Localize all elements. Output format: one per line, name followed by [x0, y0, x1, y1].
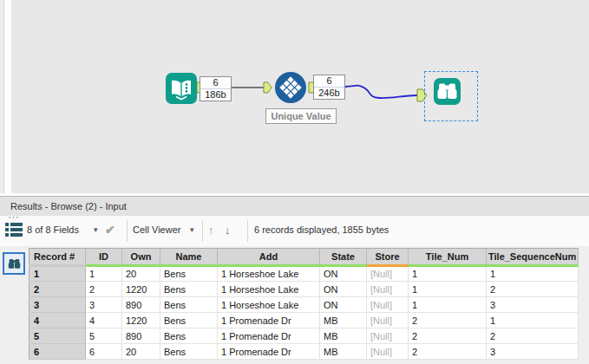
table-cell[interactable]: 1220	[122, 282, 160, 297]
column-header-store[interactable]: Store	[367, 249, 409, 266]
results-toolbar: 8 of 8 Fields ▾ ✔ Cell Viewer ▾ ↑ ↓ 6 re…	[0, 216, 589, 246]
table-cell[interactable]: 1 Horseshoe Lake	[218, 266, 320, 282]
open-book-icon	[166, 73, 197, 104]
table-cell[interactable]: MB	[320, 344, 367, 360]
table-cell[interactable]: 1 Promenade Dr	[218, 344, 320, 360]
table-cell[interactable]: 1	[409, 282, 487, 297]
connection-annotation-unique[interactable]: 6 246b	[313, 75, 345, 100]
table-cell[interactable]: [Null]	[367, 344, 409, 360]
table-cell[interactable]: 6	[86, 344, 122, 360]
table-cell[interactable]: 3	[487, 297, 579, 313]
table-cell[interactable]: 3	[86, 297, 122, 313]
table-row[interactable]: 221220Bens1 Horseshoe LakeON[Null]12	[29, 282, 579, 297]
fields-selector-caret-icon[interactable]: ▾	[94, 216, 98, 246]
table-cell[interactable]: Bens	[160, 297, 218, 313]
record-number-cell[interactable]: 1	[29, 266, 86, 282]
table-row[interactable]: 55890Bens1 Promenade DrMB[Null]22	[29, 328, 579, 344]
table-cell[interactable]: Bens	[160, 282, 218, 297]
column-header-tile_num[interactable]: Tile_Num	[409, 249, 487, 266]
table-row[interactable]: 33890Bens1 Horseshoe LakeON[Null]13	[29, 297, 579, 313]
table-cell[interactable]: 4	[86, 313, 122, 328]
table-cell[interactable]: [Null]	[367, 328, 409, 344]
table-cell[interactable]: ON	[320, 266, 367, 282]
table-cell[interactable]: ON	[320, 297, 367, 313]
table-cell[interactable]: 1 Promenade Dr	[218, 313, 320, 328]
table-cell[interactable]: Bens	[160, 313, 218, 328]
cell-viewer-button[interactable]: Cell Viewer	[133, 216, 180, 246]
table-cell[interactable]: 890	[122, 297, 160, 313]
record-number-header[interactable]: Record #	[29, 249, 86, 266]
apply-check-icon[interactable]: ✔	[105, 216, 115, 246]
column-header-own[interactable]: Own	[122, 249, 160, 266]
toolbar-separator	[202, 220, 203, 242]
table-cell[interactable]: 2	[487, 282, 579, 297]
record-number-cell[interactable]: 5	[29, 328, 86, 344]
table-row[interactable]: 6620Bens1 Promenade DrMB[Null]23	[29, 344, 579, 360]
data-view-selected-tab[interactable]	[3, 252, 25, 275]
table-cell[interactable]: Bens	[160, 328, 218, 344]
table-cell[interactable]: [Null]	[367, 282, 409, 297]
table-row[interactable]: 1120Bens1 Horseshoe LakeON[Null]11	[29, 266, 579, 282]
table-cell[interactable]: MB	[320, 313, 367, 328]
table-cell[interactable]: 1	[86, 266, 122, 282]
table-cell[interactable]: 1 Horseshoe Lake	[218, 297, 320, 313]
column-header-add[interactable]: Add	[218, 249, 320, 266]
results-table-head: Record #IDOwnNameAddStateStoreTile_NumTi…	[29, 249, 579, 266]
column-header-name[interactable]: Name	[160, 249, 218, 266]
table-cell[interactable]: [Null]	[367, 297, 409, 313]
header-row: Record #IDOwnNameAddStateStoreTile_NumTi…	[29, 249, 579, 266]
unique-tool-input-anchor[interactable]	[264, 82, 272, 93]
table-cell[interactable]: 2	[487, 328, 579, 344]
input-data-tool[interactable]	[166, 73, 197, 104]
table-cell[interactable]: [Null]	[367, 313, 409, 328]
table-cell[interactable]: 1220	[122, 313, 160, 328]
cell-viewer-caret-icon[interactable]: ▾	[190, 216, 194, 246]
table-cell[interactable]: 1	[409, 266, 487, 282]
table-cell[interactable]: Bens	[160, 266, 218, 282]
scroll-up-arrow-icon[interactable]: ↑	[208, 216, 214, 246]
table-cell[interactable]: 1 Horseshoe Lake	[218, 282, 320, 297]
column-header-tile_sequencenum[interactable]: Tile_SequenceNum	[487, 249, 579, 266]
table-cell[interactable]: 2	[409, 344, 487, 360]
record-number-cell[interactable]: 6	[29, 344, 86, 360]
table-cell[interactable]: 2	[409, 313, 487, 328]
table-cell[interactable]: 2	[409, 328, 487, 344]
table-cell[interactable]: 2	[86, 282, 122, 297]
toolbar-separator	[247, 220, 248, 242]
table-cell[interactable]: 1 Promenade Dr	[218, 328, 320, 344]
binoculars-icon	[6, 256, 23, 272]
scroll-down-arrow-icon[interactable]: ↓	[225, 216, 231, 246]
workflow-canvas[interactable]: 6 186b 6 246b Unique Value	[0, 0, 589, 193]
unique-tool[interactable]	[275, 72, 306, 103]
toolbar-overflow-dots-icon[interactable]: ⋯	[8, 211, 20, 224]
table-row[interactable]: 441220Bens1 Promenade DrMB[Null]21	[29, 313, 579, 328]
table-cell[interactable]: 1	[487, 266, 579, 282]
connection-annotation-input[interactable]: 6 186b	[200, 76, 232, 101]
record-number-cell[interactable]: 3	[29, 297, 86, 313]
table-cell[interactable]: 890	[122, 328, 160, 344]
table-cell[interactable]: 20	[122, 266, 160, 282]
table-cell[interactable]: 20	[122, 344, 160, 360]
table-cell[interactable]: 1	[409, 297, 487, 313]
table-cell[interactable]: ON	[320, 282, 367, 297]
column-header-state[interactable]: State	[320, 249, 367, 266]
annotation-record-count: 6	[314, 75, 344, 88]
table-cell[interactable]: 1	[487, 313, 579, 328]
record-number-cell[interactable]: 2	[29, 282, 86, 297]
toolbar-separator	[127, 220, 128, 242]
unique-tool-label[interactable]: Unique Value	[265, 108, 337, 124]
record-number-cell[interactable]: 4	[29, 313, 86, 328]
annotation-size: 186b	[200, 89, 231, 101]
table-cell[interactable]: Bens	[160, 344, 218, 360]
fields-selector[interactable]: 8 of 8 Fields	[27, 216, 79, 246]
metadata-list-icon[interactable]	[5, 223, 23, 237]
table-cell[interactable]: 5	[86, 328, 122, 344]
app-window: 6 186b 6 246b Unique Value Results - Bro…	[0, 0, 589, 364]
table-cell[interactable]: MB	[320, 328, 367, 344]
connection-unique-to-browse[interactable]	[345, 86, 417, 98]
table-cell[interactable]: 3	[487, 344, 579, 360]
results-table: Record #IDOwnNameAddStateStoreTile_NumTi…	[29, 248, 579, 360]
column-header-id[interactable]: ID	[86, 249, 122, 266]
table-cell[interactable]: [Null]	[367, 266, 409, 282]
browse-tool[interactable]	[434, 78, 461, 105]
